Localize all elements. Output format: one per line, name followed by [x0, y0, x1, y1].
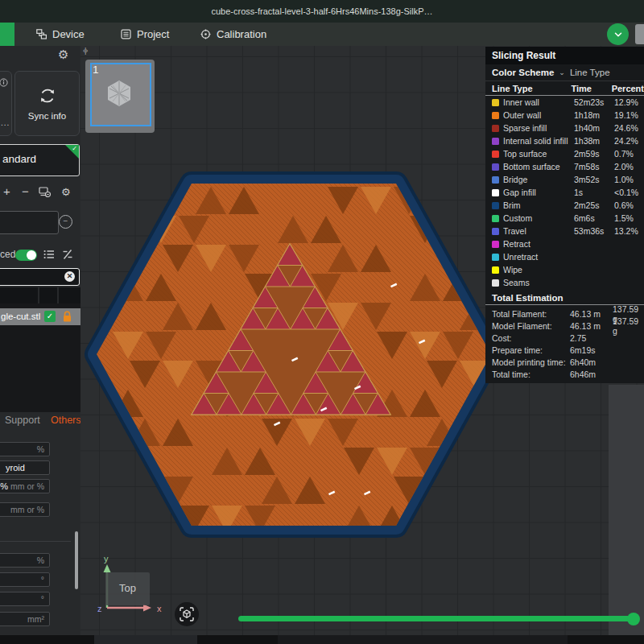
line-type-row[interactable]: Seams: [485, 276, 644, 289]
line-type-swatch: [492, 202, 499, 209]
total-value: 46.13 m: [570, 321, 613, 331]
list-view-icon[interactable]: [43, 249, 55, 260]
line-type-table-header: Line Type Time Percent: [485, 81, 644, 96]
total-label: Prepare time:: [492, 345, 570, 355]
line-type-swatch: [492, 215, 499, 222]
line-type-swatch: [492, 254, 499, 261]
move-slider-track[interactable]: [238, 616, 638, 621]
param-suffix: °: [41, 594, 44, 604]
line-type-swatch: [492, 99, 499, 106]
line-type-row[interactable]: Retract: [485, 237, 644, 250]
plate-thumbnail[interactable]: 1: [85, 60, 155, 133]
param-field[interactable]: °: [0, 572, 50, 587]
sidebar-scrollbar[interactable]: [75, 531, 78, 589]
color-scheme-dropdown[interactable]: Line Type: [570, 68, 610, 77]
line-type-row[interactable]: Custom6m6s1.5%: [485, 212, 644, 225]
line-type-time: 53m36s: [574, 226, 614, 236]
param-suffix: mm or %: [10, 505, 44, 514]
param-field[interactable]: °: [0, 592, 50, 606]
line-type-row[interactable]: Outer wall1h18m19.1%: [485, 109, 644, 122]
line-type-time: 1h38m: [574, 136, 614, 146]
line-type-row[interactable]: Brim2m25s0.6%: [485, 199, 644, 212]
line-type-percent: <0.1%: [614, 188, 638, 197]
sync-info-label: Sync info: [28, 111, 66, 121]
object-checkbox[interactable]: ✓: [44, 311, 56, 322]
param-value: 0%: [0, 481, 8, 491]
line-type-percent: 24.6%: [614, 123, 638, 133]
line-type-row[interactable]: Top surface2m59s0.7%: [485, 147, 644, 160]
line-type-row[interactable]: Inner wall52m23s12.9%: [485, 96, 644, 109]
search-input[interactable]: ✕: [0, 268, 80, 286]
object-list-header-lock[interactable]: [59, 287, 80, 303]
line-type-time: 1h18m: [574, 110, 614, 120]
line-type-label: Brim: [503, 200, 574, 210]
total-value: 2.75: [570, 333, 613, 343]
line-type-percent: 1.5%: [614, 213, 634, 223]
remove-preset-button[interactable]: −: [22, 185, 29, 198]
param-field[interactable]: mm²: [0, 612, 50, 626]
param-field[interactable]: 0%mm or %: [0, 479, 50, 493]
line-type-label: Internal solid infill: [503, 136, 574, 146]
plate-model-preview: [103, 79, 135, 108]
lock-icon[interactable]: [62, 311, 72, 323]
tab-calibration-label: Calibration: [217, 28, 266, 40]
filament-dropdown[interactable]: [0, 211, 59, 234]
advanced-toggle[interactable]: [15, 250, 37, 261]
total-value: 6h46m: [570, 369, 613, 379]
info-icon: [0, 78, 8, 87]
tab-support[interactable]: Support: [5, 415, 40, 426]
orbit-view-button[interactable]: [175, 602, 199, 626]
object-list-header-print[interactable]: [39, 287, 57, 303]
line-type-swatch: [492, 138, 499, 145]
line-type-time: 6m6s: [574, 213, 614, 223]
menu-bar: Device Project Calibration: [0, 23, 644, 46]
preset-gear-icon[interactable]: ⚙: [61, 186, 71, 199]
confirm-button[interactable]: [607, 23, 629, 45]
object-list-header-name[interactable]: [0, 287, 38, 303]
line-type-row[interactable]: Bridge3m52s1.0%: [485, 173, 644, 186]
preset-dropdown[interactable]: andard ✓: [0, 144, 80, 176]
line-type-row[interactable]: Unretract: [485, 250, 644, 263]
line-type-row[interactable]: Bottom surface7m58s2.0%: [485, 160, 644, 173]
line-type-row[interactable]: Wipe: [485, 263, 644, 276]
gear-icon[interactable]: ⚙: [58, 47, 68, 62]
line-type-row[interactable]: Sparse infill1h40m24.6%: [485, 122, 644, 134]
param-field[interactable]: mm or %: [0, 502, 50, 517]
plate-number: 1: [93, 64, 99, 76]
chevron-down-icon: ⌄: [559, 68, 565, 76]
param-field[interactable]: %: [0, 553, 50, 568]
minus-circle-icon[interactable]: −: [59, 215, 72, 229]
object-row[interactable]: gle-cut.stl ✓: [0, 308, 80, 325]
line-type-percent: 24.2%: [614, 136, 638, 146]
clear-search-icon[interactable]: ✕: [64, 271, 75, 282]
printer-settings-icon[interactable]: [39, 187, 51, 197]
tab-project[interactable]: Project: [121, 23, 169, 46]
tab-others[interactable]: Others: [51, 415, 80, 426]
sync-info-button[interactable]: Sync info: [14, 71, 80, 136]
line-type-time: 52m23s: [574, 97, 614, 107]
line-type-label: Travel: [503, 226, 574, 236]
line-type-label: Top surface: [503, 149, 574, 159]
total-estimation-title: Total Estimation: [485, 291, 644, 305]
line-type-row[interactable]: Travel53m36s13.2%: [485, 225, 644, 237]
move-slider-handle[interactable]: [627, 613, 640, 625]
line-type-label: Inner wall: [503, 97, 574, 107]
send-button-fragment[interactable]: [635, 24, 644, 44]
device-icon: [36, 29, 47, 39]
printer-card[interactable]: ...: [0, 71, 12, 136]
tab-device[interactable]: Device: [36, 23, 85, 46]
active-tab-accent[interactable]: [0, 23, 14, 46]
line-type-row[interactable]: Gap infill1s<0.1%: [485, 186, 644, 199]
window-title: cube-cross-fractal-level-3-half-6Hrs46Mi…: [0, 0, 644, 23]
line-type-swatch: [492, 279, 499, 287]
line-type-time: 3m52s: [574, 175, 614, 184]
tab-calibration[interactable]: Calibration: [200, 23, 266, 46]
line-type-percent: 12.9%: [614, 97, 638, 107]
line-type-label: Bridge: [503, 175, 574, 184]
line-type-percent: 0.6%: [614, 200, 634, 210]
line-type-row[interactable]: Internal solid infill1h38m24.2%: [485, 134, 644, 147]
compare-icon[interactable]: [62, 249, 73, 260]
param-field[interactable]: yroid: [0, 460, 50, 475]
add-preset-button[interactable]: +: [3, 185, 10, 198]
param-field[interactable]: %: [0, 442, 50, 456]
